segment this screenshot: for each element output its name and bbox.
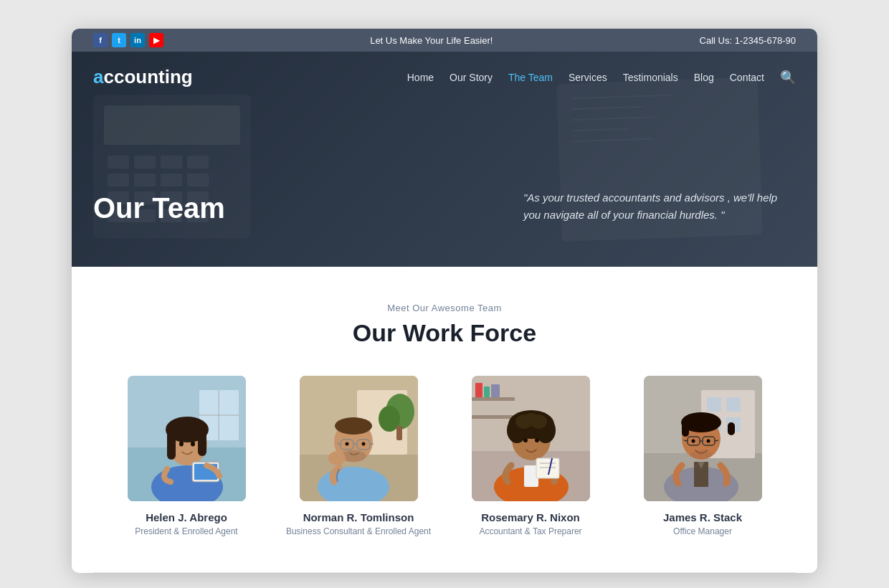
- team-card-helen: Helen J. Abrego President & Enrolled Age…: [108, 376, 265, 536]
- youtube-icon[interactable]: ▶: [149, 33, 163, 47]
- team-card-rosemary: Rosemary R. Nixon Accountant & Tax Prepa…: [452, 376, 609, 536]
- team-subtitle: Meet Our Awesome Team: [93, 303, 796, 313]
- rosemary-photo: [472, 376, 590, 501]
- team-heading: Our Work Force: [93, 319, 796, 347]
- linkedin-icon[interactable]: in: [130, 33, 145, 47]
- svg-point-89: [706, 440, 710, 443]
- social-icons: f t in ▶: [93, 33, 163, 47]
- hero-title: Our Team: [93, 192, 225, 224]
- nav-our-story[interactable]: Our Story: [450, 71, 493, 84]
- logo-text: ccounting: [103, 66, 192, 87]
- svg-point-37: [335, 417, 372, 435]
- svg-point-25: [179, 442, 184, 447]
- rosemary-name: Rosemary R. Nixon: [452, 511, 609, 523]
- svg-rect-23: [167, 427, 176, 460]
- svg-point-90: [690, 450, 712, 459]
- svg-point-26: [191, 442, 195, 447]
- svg-point-88: [691, 440, 695, 443]
- top-bar: f t in ▶ Let Us Make Your Life Easier! C…: [72, 29, 817, 52]
- james-name: James R. Stack: [624, 511, 781, 523]
- nav-home-link[interactable]: Home: [407, 72, 434, 83]
- team-card-norman: Norman R. Tomlinson Business Consultant …: [280, 376, 437, 536]
- hero-quote: "As your trusted accountants and advisor…: [523, 189, 796, 224]
- svg-point-62: [524, 413, 538, 425]
- svg-point-45: [361, 442, 365, 446]
- svg-point-63: [523, 438, 528, 442]
- svg-rect-52: [484, 387, 490, 397]
- facebook-icon[interactable]: f: [93, 33, 108, 47]
- logo: accounting: [93, 66, 193, 88]
- nav-home[interactable]: Home: [407, 71, 434, 84]
- helen-role: President & Enrolled Agent: [108, 526, 265, 536]
- nav-testimonials[interactable]: Testimonials: [623, 71, 678, 84]
- norman-name: Norman R. Tomlinson: [280, 511, 437, 523]
- svg-rect-53: [491, 384, 500, 397]
- svg-rect-81: [682, 422, 689, 437]
- nav-our-story-link[interactable]: Our Story: [450, 72, 493, 83]
- team-grid: Helen J. Abrego President & Enrolled Age…: [93, 376, 796, 536]
- twitter-icon[interactable]: t: [112, 33, 126, 47]
- nav-testimonials-link[interactable]: Testimonials: [623, 72, 678, 83]
- browser-window: f t in ▶ Let Us Make Your Life Easier! C…: [72, 29, 817, 573]
- rosemary-avatar-svg: [472, 376, 590, 501]
- rosemary-role: Accountant & Tax Preparer: [452, 526, 609, 536]
- james-avatar-svg: [644, 376, 762, 501]
- nav-contact-link[interactable]: Contact: [730, 72, 764, 83]
- search-icon[interactable]: 🔍: [780, 70, 796, 85]
- norman-avatar-svg: [300, 376, 418, 501]
- nav-contact[interactable]: Contact: [730, 71, 764, 84]
- svg-point-64: [535, 438, 539, 442]
- helen-photo: [128, 376, 246, 501]
- svg-point-44: [345, 442, 348, 446]
- helen-name: Helen J. Abrego: [108, 511, 265, 523]
- svg-line-87: [715, 440, 718, 441]
- nav-blog[interactable]: Blog: [694, 71, 714, 84]
- svg-rect-72: [707, 397, 721, 412]
- section-divider: [93, 572, 796, 573]
- svg-rect-34: [396, 426, 402, 440]
- nav-links: Home Our Story The Team Services Testimo…: [407, 70, 796, 85]
- helen-avatar-svg: [128, 376, 246, 501]
- nav-the-team[interactable]: The Team: [508, 71, 553, 84]
- svg-line-86: [684, 440, 688, 441]
- svg-rect-82: [728, 422, 735, 435]
- svg-point-46: [328, 451, 346, 465]
- james-role: Office Manager: [624, 526, 781, 536]
- norman-role: Business Consultant & Enrolled Agent: [280, 526, 437, 536]
- svg-rect-50: [472, 415, 515, 419]
- svg-rect-24: [198, 427, 206, 456]
- tagline: Let Us Make Your Life Easier!: [370, 35, 493, 46]
- nav-blog-link[interactable]: Blog: [694, 72, 714, 83]
- james-photo: [644, 376, 762, 501]
- nav-search[interactable]: 🔍: [780, 70, 796, 85]
- hero-content: Our Team "As your trusted accountants an…: [93, 189, 796, 224]
- logo-accent: a: [93, 66, 103, 87]
- hero-section: accounting Home Our Story The Team Servi…: [72, 52, 817, 267]
- team-section: Meet Our Awesome Team Our Work Force: [72, 267, 817, 565]
- norman-photo: [300, 376, 418, 501]
- nav-the-team-link[interactable]: The Team: [508, 72, 553, 83]
- svg-rect-73: [726, 397, 741, 412]
- nav-services-link[interactable]: Services: [569, 72, 607, 83]
- svg-rect-51: [475, 383, 482, 397]
- phone-number: Call Us: 1-2345-678-90: [700, 35, 796, 46]
- team-card-james: James R. Stack Office Manager: [624, 376, 781, 536]
- svg-rect-65: [536, 458, 559, 478]
- svg-rect-49: [472, 397, 515, 401]
- nav-services[interactable]: Services: [569, 71, 607, 84]
- navbar: accounting Home Our Story The Team Servi…: [72, 52, 817, 103]
